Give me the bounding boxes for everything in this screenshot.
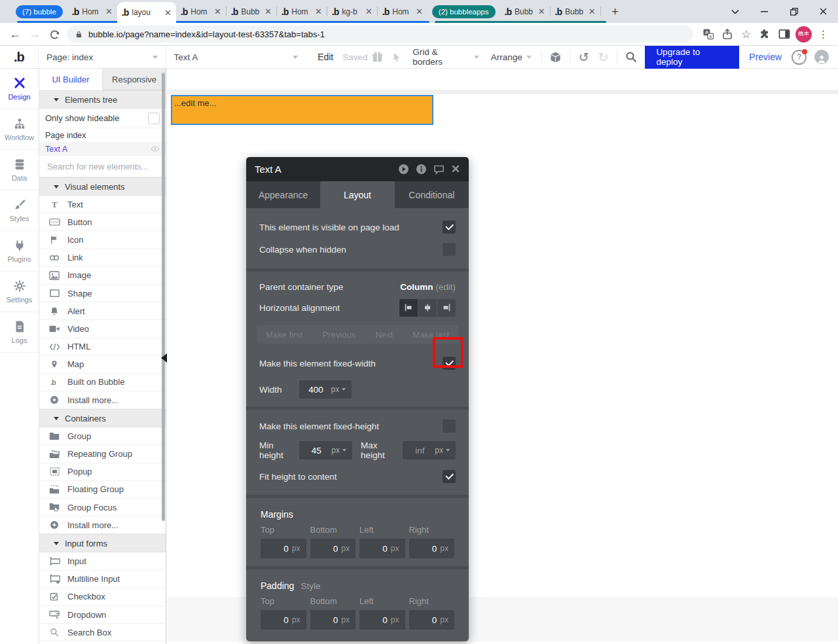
nav-logs[interactable]: Logs [0,312,39,353]
max-height-input[interactable]: inf [407,446,433,456]
palette-item-video[interactable]: Video [39,320,166,338]
margin-left-input[interactable]: 0px [359,539,405,558]
tab-layout[interactable]: Layout [320,181,394,208]
browser-tab[interactable]: Bubb✕ [551,0,600,23]
align-center-button[interactable] [418,299,437,317]
palette-item-built-on-bubble[interactable]: .bBuilt on Bubble [39,374,166,391]
make-first-button[interactable]: Make first [266,330,302,340]
url-bar[interactable]: bubble.io/page?name=index&id=layout-test… [67,26,693,43]
tab-close-icon[interactable]: ✕ [164,9,172,17]
tab-responsive[interactable]: Responsive [102,69,166,90]
palette-item-input[interactable]: Input [39,552,166,570]
close-window-icon[interactable] [809,0,838,23]
run-play-icon[interactable] [398,164,409,175]
tree-item-page[interactable]: Page index [39,128,166,142]
extensions-puzzle-icon[interactable] [756,28,774,40]
browser-tab-active[interactable]: layou✕ [117,2,176,23]
tab-group-pill-bubbleapps[interactable]: (2) bubbleapps [432,5,496,18]
padding-style-link[interactable]: Style [301,581,320,591]
tab-ui-builder[interactable]: UI Builder [39,69,102,90]
padding-top-input[interactable]: 0px [261,610,306,630]
nav-plugins[interactable]: Plugins [0,231,39,272]
palette-item-group-focus[interactable]: Group Focus [39,499,166,516]
back-icon[interactable]: ← [5,27,25,41]
info-icon[interactable] [416,164,427,175]
only-show-hideable-checkbox[interactable] [148,113,160,124]
side-panel-icon[interactable] [774,29,793,39]
margin-top-input[interactable]: 0px [261,539,306,558]
arrange-dropdown[interactable]: Arrange [491,52,532,62]
fixed-height-checkbox[interactable] [443,420,456,433]
tab-group-pill-bubble[interactable]: (7) bubble [16,5,63,18]
nav-workflow[interactable]: Workflow [0,109,39,150]
nav-design[interactable]: Design [0,69,39,109]
palette-item-repeating-group[interactable]: Repeating Group [39,445,166,463]
dialog-titlebar[interactable]: Text A ✕ [246,157,469,181]
palette-item-group[interactable]: Group [39,427,166,445]
restore-icon[interactable] [779,0,809,23]
undo-icon[interactable]: ↺ [574,50,594,65]
palette-item-icon[interactable]: Icon [39,231,166,249]
preview-link[interactable]: Preview [749,52,782,62]
tab-appearance[interactable]: Appearance [246,181,320,208]
palette-item-html[interactable]: HTML [39,338,166,356]
share-icon[interactable] [718,28,737,40]
browser-tab[interactable]: Hom✕ [277,0,327,23]
next-button[interactable]: Next [375,330,393,340]
browser-tab[interactable]: kg-b✕ [327,0,377,23]
section-visual-elements[interactable]: Visual elements [39,177,166,196]
palette-item-shape[interactable]: Shape [39,285,166,302]
margin-right-input[interactable]: 0px [409,539,455,558]
minimize-icon[interactable] [750,0,779,23]
gift-icon[interactable] [368,51,388,63]
new-elements-search[interactable] [39,156,166,177]
palette-item-dropdown[interactable]: Dropdown [39,606,166,624]
cube-icon[interactable] [546,51,566,63]
palette-item-link[interactable]: Link [39,249,166,267]
collapse-when-hidden-checkbox[interactable] [443,243,456,256]
section-containers[interactable]: Containers [39,409,166,427]
redo-icon[interactable]: ↻ [594,50,613,65]
edit-container-link[interactable]: (edit) [435,282,456,292]
min-height-input[interactable]: 45 [303,446,329,456]
visibility-eye-icon[interactable] [151,146,160,152]
bookmark-star-icon[interactable]: ☆ [737,27,756,41]
tree-item-text-a[interactable]: Text A [39,142,166,156]
new-tab-button[interactable]: + [606,3,625,21]
nav-settings[interactable]: Settings [0,272,39,312]
palette-item-floating-group[interactable]: Floating Group [39,481,166,499]
tab-close-icon[interactable]: ✕ [315,7,322,16]
browser-tab[interactable]: Hom✕ [67,0,117,23]
upgrade-to-deploy-button[interactable]: Upgrade to deploy [645,46,739,69]
tab-close-icon[interactable]: ✕ [214,7,221,16]
palette-item-alert[interactable]: Alert [39,302,166,320]
reload-icon[interactable] [45,29,64,40]
align-right-button[interactable] [437,299,456,317]
palette-item-button[interactable]: CLICKButton [39,213,166,231]
browser-tab[interactable]: Bubb✕ [500,0,550,23]
align-left-button[interactable] [399,299,418,317]
tab-close-icon[interactable]: ✕ [538,7,545,16]
tab-search-chevron-icon[interactable] [720,0,750,23]
padding-right-input[interactable]: 0px [409,610,455,630]
palette-item-install-more[interactable]: Install more... [39,516,166,534]
profile-avatar[interactable]: 橋本 [795,26,812,43]
tab-close-icon[interactable]: ✕ [105,7,113,16]
margin-bottom-input[interactable]: 0px [310,539,356,558]
tab-close-icon[interactable]: ✕ [416,7,423,16]
previous-button[interactable]: Previous [323,330,356,340]
section-input-forms[interactable]: Input forms [39,534,166,552]
palette-item-multiline-input[interactable]: Multiline Input [39,571,166,588]
selected-text-element[interactable]: ...edit me... [171,95,433,125]
account-icon[interactable] [814,50,829,64]
translate-icon[interactable]: Aa [699,28,718,40]
tab-close-icon[interactable]: ✕ [264,7,272,16]
forward-icon[interactable]: → [25,27,45,41]
width-unit-dropdown[interactable]: px [329,385,348,394]
page-selector-dropdown[interactable]: Page: index [38,46,166,68]
search-icon[interactable] [621,51,641,63]
browser-menu-kebab-icon[interactable]: ⋮ [814,28,833,41]
visible-on-load-checkbox[interactable] [443,221,456,234]
min-height-unit-dropdown[interactable]: px [329,446,348,455]
elements-tree-header[interactable]: Elements tree [39,90,166,109]
